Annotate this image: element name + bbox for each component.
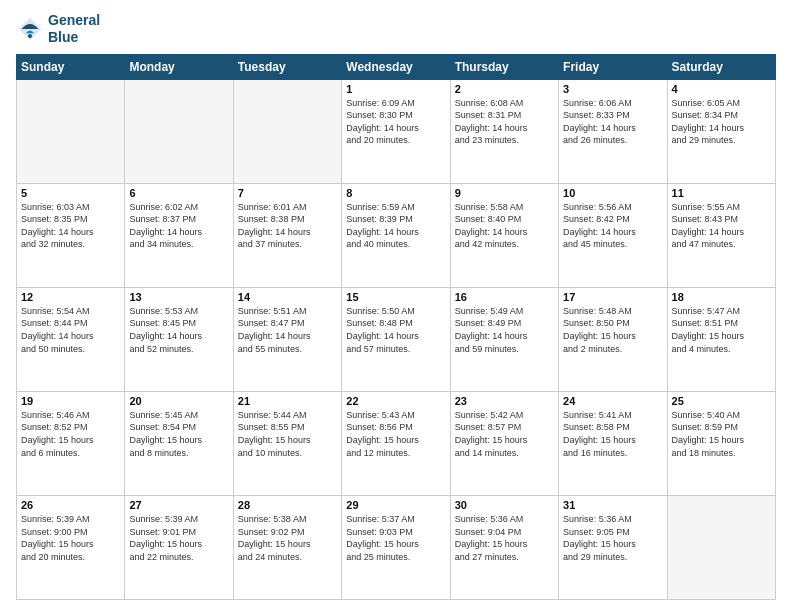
day-number: 17 <box>563 291 662 303</box>
calendar-week-1: 5Sunrise: 6:03 AM Sunset: 8:35 PM Daylig… <box>17 183 776 287</box>
day-info: Sunrise: 5:54 AM Sunset: 8:44 PM Dayligh… <box>21 305 120 355</box>
calendar-cell: 19Sunrise: 5:46 AM Sunset: 8:52 PM Dayli… <box>17 391 125 495</box>
day-info: Sunrise: 5:42 AM Sunset: 8:57 PM Dayligh… <box>455 409 554 459</box>
calendar-cell: 9Sunrise: 5:58 AM Sunset: 8:40 PM Daylig… <box>450 183 558 287</box>
day-number: 19 <box>21 395 120 407</box>
day-info: Sunrise: 5:41 AM Sunset: 8:58 PM Dayligh… <box>563 409 662 459</box>
day-info: Sunrise: 5:38 AM Sunset: 9:02 PM Dayligh… <box>238 513 337 563</box>
day-number: 1 <box>346 83 445 95</box>
calendar-cell: 28Sunrise: 5:38 AM Sunset: 9:02 PM Dayli… <box>233 495 341 599</box>
col-header-wednesday: Wednesday <box>342 54 450 79</box>
day-info: Sunrise: 6:06 AM Sunset: 8:33 PM Dayligh… <box>563 97 662 147</box>
day-info: Sunrise: 5:39 AM Sunset: 9:01 PM Dayligh… <box>129 513 228 563</box>
calendar-header-row: SundayMondayTuesdayWednesdayThursdayFrid… <box>17 54 776 79</box>
calendar-cell: 21Sunrise: 5:44 AM Sunset: 8:55 PM Dayli… <box>233 391 341 495</box>
day-info: Sunrise: 5:45 AM Sunset: 8:54 PM Dayligh… <box>129 409 228 459</box>
day-info: Sunrise: 5:39 AM Sunset: 9:00 PM Dayligh… <box>21 513 120 563</box>
day-info: Sunrise: 6:05 AM Sunset: 8:34 PM Dayligh… <box>672 97 771 147</box>
day-number: 28 <box>238 499 337 511</box>
calendar-week-4: 26Sunrise: 5:39 AM Sunset: 9:00 PM Dayli… <box>17 495 776 599</box>
day-number: 26 <box>21 499 120 511</box>
day-info: Sunrise: 5:56 AM Sunset: 8:42 PM Dayligh… <box>563 201 662 251</box>
day-info: Sunrise: 5:46 AM Sunset: 8:52 PM Dayligh… <box>21 409 120 459</box>
day-info: Sunrise: 5:36 AM Sunset: 9:04 PM Dayligh… <box>455 513 554 563</box>
calendar-cell: 12Sunrise: 5:54 AM Sunset: 8:44 PM Dayli… <box>17 287 125 391</box>
day-number: 4 <box>672 83 771 95</box>
calendar-cell: 10Sunrise: 5:56 AM Sunset: 8:42 PM Dayli… <box>559 183 667 287</box>
calendar-cell <box>17 79 125 183</box>
day-info: Sunrise: 5:50 AM Sunset: 8:48 PM Dayligh… <box>346 305 445 355</box>
day-number: 6 <box>129 187 228 199</box>
day-info: Sunrise: 5:49 AM Sunset: 8:49 PM Dayligh… <box>455 305 554 355</box>
calendar-cell: 13Sunrise: 5:53 AM Sunset: 8:45 PM Dayli… <box>125 287 233 391</box>
col-header-tuesday: Tuesday <box>233 54 341 79</box>
calendar-cell <box>125 79 233 183</box>
calendar-cell: 11Sunrise: 5:55 AM Sunset: 8:43 PM Dayli… <box>667 183 775 287</box>
logo-text: General Blue <box>48 12 100 46</box>
calendar-cell: 7Sunrise: 6:01 AM Sunset: 8:38 PM Daylig… <box>233 183 341 287</box>
calendar-cell <box>233 79 341 183</box>
day-number: 2 <box>455 83 554 95</box>
day-number: 18 <box>672 291 771 303</box>
calendar-cell: 4Sunrise: 6:05 AM Sunset: 8:34 PM Daylig… <box>667 79 775 183</box>
day-info: Sunrise: 5:59 AM Sunset: 8:39 PM Dayligh… <box>346 201 445 251</box>
calendar-cell: 17Sunrise: 5:48 AM Sunset: 8:50 PM Dayli… <box>559 287 667 391</box>
day-number: 9 <box>455 187 554 199</box>
calendar-cell: 31Sunrise: 5:36 AM Sunset: 9:05 PM Dayli… <box>559 495 667 599</box>
day-info: Sunrise: 5:53 AM Sunset: 8:45 PM Dayligh… <box>129 305 228 355</box>
day-number: 30 <box>455 499 554 511</box>
day-info: Sunrise: 5:48 AM Sunset: 8:50 PM Dayligh… <box>563 305 662 355</box>
calendar-cell: 25Sunrise: 5:40 AM Sunset: 8:59 PM Dayli… <box>667 391 775 495</box>
calendar-cell: 15Sunrise: 5:50 AM Sunset: 8:48 PM Dayli… <box>342 287 450 391</box>
day-number: 23 <box>455 395 554 407</box>
calendar-cell: 23Sunrise: 5:42 AM Sunset: 8:57 PM Dayli… <box>450 391 558 495</box>
calendar-cell: 24Sunrise: 5:41 AM Sunset: 8:58 PM Dayli… <box>559 391 667 495</box>
day-info: Sunrise: 5:40 AM Sunset: 8:59 PM Dayligh… <box>672 409 771 459</box>
day-number: 15 <box>346 291 445 303</box>
col-header-saturday: Saturday <box>667 54 775 79</box>
calendar-cell: 30Sunrise: 5:36 AM Sunset: 9:04 PM Dayli… <box>450 495 558 599</box>
calendar-cell: 14Sunrise: 5:51 AM Sunset: 8:47 PM Dayli… <box>233 287 341 391</box>
calendar-cell: 29Sunrise: 5:37 AM Sunset: 9:03 PM Dayli… <box>342 495 450 599</box>
calendar-table: SundayMondayTuesdayWednesdayThursdayFrid… <box>16 54 776 600</box>
day-info: Sunrise: 6:01 AM Sunset: 8:38 PM Dayligh… <box>238 201 337 251</box>
day-number: 31 <box>563 499 662 511</box>
calendar-week-0: 1Sunrise: 6:09 AM Sunset: 8:30 PM Daylig… <box>17 79 776 183</box>
col-header-friday: Friday <box>559 54 667 79</box>
calendar-week-3: 19Sunrise: 5:46 AM Sunset: 8:52 PM Dayli… <box>17 391 776 495</box>
calendar-cell: 2Sunrise: 6:08 AM Sunset: 8:31 PM Daylig… <box>450 79 558 183</box>
calendar-cell: 22Sunrise: 5:43 AM Sunset: 8:56 PM Dayli… <box>342 391 450 495</box>
day-number: 22 <box>346 395 445 407</box>
calendar-cell: 6Sunrise: 6:02 AM Sunset: 8:37 PM Daylig… <box>125 183 233 287</box>
day-info: Sunrise: 5:44 AM Sunset: 8:55 PM Dayligh… <box>238 409 337 459</box>
logo: General Blue <box>16 12 100 46</box>
day-info: Sunrise: 6:03 AM Sunset: 8:35 PM Dayligh… <box>21 201 120 251</box>
calendar-cell: 1Sunrise: 6:09 AM Sunset: 8:30 PM Daylig… <box>342 79 450 183</box>
day-info: Sunrise: 5:37 AM Sunset: 9:03 PM Dayligh… <box>346 513 445 563</box>
day-number: 25 <box>672 395 771 407</box>
col-header-thursday: Thursday <box>450 54 558 79</box>
calendar-cell: 20Sunrise: 5:45 AM Sunset: 8:54 PM Dayli… <box>125 391 233 495</box>
day-info: Sunrise: 5:58 AM Sunset: 8:40 PM Dayligh… <box>455 201 554 251</box>
day-number: 21 <box>238 395 337 407</box>
day-number: 5 <box>21 187 120 199</box>
day-number: 8 <box>346 187 445 199</box>
header: General Blue <box>16 12 776 46</box>
day-number: 14 <box>238 291 337 303</box>
col-header-sunday: Sunday <box>17 54 125 79</box>
day-number: 10 <box>563 187 662 199</box>
calendar-cell: 27Sunrise: 5:39 AM Sunset: 9:01 PM Dayli… <box>125 495 233 599</box>
day-info: Sunrise: 5:36 AM Sunset: 9:05 PM Dayligh… <box>563 513 662 563</box>
logo-icon <box>16 15 44 43</box>
day-number: 7 <box>238 187 337 199</box>
col-header-monday: Monday <box>125 54 233 79</box>
day-number: 20 <box>129 395 228 407</box>
day-number: 3 <box>563 83 662 95</box>
calendar-cell: 8Sunrise: 5:59 AM Sunset: 8:39 PM Daylig… <box>342 183 450 287</box>
calendar-cell: 5Sunrise: 6:03 AM Sunset: 8:35 PM Daylig… <box>17 183 125 287</box>
day-number: 12 <box>21 291 120 303</box>
day-number: 13 <box>129 291 228 303</box>
svg-point-2 <box>28 34 32 38</box>
calendar-cell: 16Sunrise: 5:49 AM Sunset: 8:49 PM Dayli… <box>450 287 558 391</box>
day-number: 24 <box>563 395 662 407</box>
